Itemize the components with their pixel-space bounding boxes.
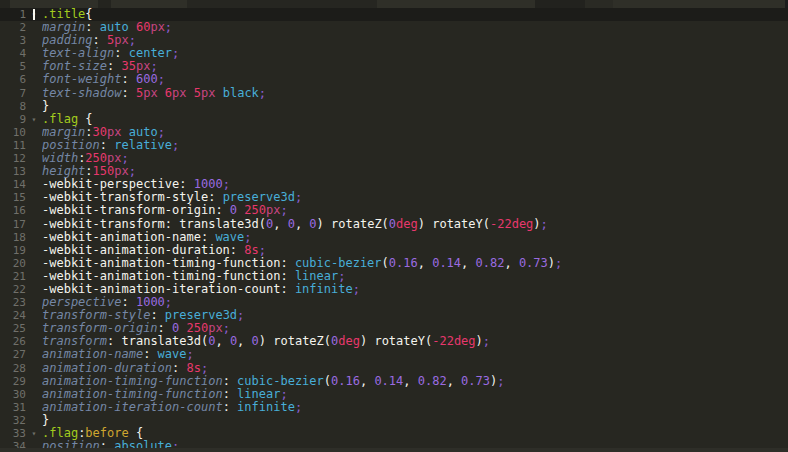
code-line[interactable]: 13height:150px; bbox=[0, 165, 788, 178]
line-number: 7 bbox=[0, 87, 26, 100]
line-number: 12 bbox=[0, 152, 26, 165]
code-text: margin:30px auto; bbox=[42, 126, 788, 139]
code-line[interactable]: 6font-weight: 600; bbox=[0, 73, 788, 86]
line-number: 18 bbox=[0, 231, 26, 244]
code-text: transform: translate3d(0, 0, 0) rotateZ(… bbox=[42, 335, 788, 348]
code-line[interactable]: 2margin: auto 60px; bbox=[0, 21, 788, 34]
line-number: 22 bbox=[0, 283, 26, 296]
code-text: -webkit-transform-origin: 0 250px; bbox=[42, 204, 788, 217]
line-number: 32 bbox=[0, 414, 26, 427]
code-line[interactable]: 5font-size: 35px; bbox=[0, 60, 788, 73]
code-text: -webkit-animation-duration: 8s; bbox=[42, 244, 788, 257]
code-area[interactable]: 1▾.title{2margin: auto 60px;3padding: 5p… bbox=[0, 8, 788, 452]
code-line[interactable]: 10margin:30px auto; bbox=[0, 126, 788, 139]
line-number: 21 bbox=[0, 270, 26, 283]
line-number: 29 bbox=[0, 375, 26, 388]
tab-separator bbox=[98, 0, 111, 8]
code-text: transform-style: preserve3d; bbox=[42, 309, 788, 322]
code-line[interactable]: 7text-shadow: 5px 6px 5px black; bbox=[0, 87, 788, 100]
code-line[interactable]: 9▾.flag { bbox=[0, 113, 788, 126]
code-text: margin: auto 60px; bbox=[42, 21, 788, 34]
line-number: 23 bbox=[0, 296, 26, 309]
line-number: 3 bbox=[0, 34, 26, 47]
code-text: animation-timing-function: linear; bbox=[42, 388, 788, 401]
chevron-down-icon[interactable]: ▾ bbox=[26, 113, 42, 126]
code-text: animation-name: wave; bbox=[42, 348, 788, 361]
code-line[interactable]: 3padding: 5px; bbox=[0, 34, 788, 47]
tab-separator bbox=[187, 0, 377, 8]
code-line[interactable]: 15-webkit-transform-style: preserve3d; bbox=[0, 191, 788, 204]
code-text: width:250px; bbox=[42, 152, 788, 165]
code-line[interactable]: 18-webkit-animation-name: wave; bbox=[0, 231, 788, 244]
code-line[interactable]: 24transform-style: preserve3d; bbox=[0, 309, 788, 322]
tab-separator bbox=[535, 0, 585, 8]
code-line[interactable]: 22-webkit-animation-iteration-count: inf… bbox=[0, 283, 788, 296]
line-number: 27 bbox=[0, 348, 26, 361]
line-number: 5 bbox=[0, 60, 26, 73]
code-line[interactable]: 17-webkit-transform: translate3d(0, 0, 0… bbox=[0, 218, 788, 231]
line-number: 15 bbox=[0, 191, 26, 204]
line-number: 1 bbox=[0, 8, 26, 21]
code-text: -webkit-animation-timing-function: cubic… bbox=[42, 257, 788, 270]
text-caret bbox=[33, 9, 35, 20]
code-line[interactable]: 31animation-iteration-count: infinite; bbox=[0, 401, 788, 414]
tab-bar bbox=[0, 0, 788, 8]
line-number: 33 bbox=[0, 427, 26, 440]
code-line[interactable]: 27animation-name: wave; bbox=[0, 348, 788, 361]
code-line[interactable]: 1▾.title{ bbox=[0, 8, 788, 21]
code-line[interactable]: 4text-align: center; bbox=[0, 47, 788, 60]
code-line[interactable]: 12width:250px; bbox=[0, 152, 788, 165]
code-text: text-shadow: 5px 6px 5px black; bbox=[42, 87, 788, 100]
code-text: -webkit-animation-timing-function: linea… bbox=[42, 270, 788, 283]
code-text: font-size: 35px; bbox=[42, 60, 788, 73]
line-number: 13 bbox=[0, 165, 26, 178]
code-text: .title{ bbox=[42, 8, 788, 21]
line-number: 30 bbox=[0, 388, 26, 401]
line-number: 19 bbox=[0, 244, 26, 257]
code-text: -webkit-perspective: 1000; bbox=[42, 178, 788, 191]
line-number: 4 bbox=[0, 47, 26, 60]
code-text: .flag:before { bbox=[42, 427, 788, 440]
code-line[interactable]: 16-webkit-transform-origin: 0 250px; bbox=[0, 204, 788, 217]
line-number: 31 bbox=[0, 401, 26, 414]
code-text: height:150px; bbox=[42, 165, 788, 178]
line-number: 8 bbox=[0, 100, 26, 113]
code-line[interactable]: 14-webkit-perspective: 1000; bbox=[0, 178, 788, 191]
code-line[interactable]: 28animation-duration: 8s; bbox=[0, 362, 788, 375]
line-number: 14 bbox=[0, 178, 26, 191]
bottom-bar bbox=[0, 448, 788, 452]
code-line[interactable]: 21-webkit-animation-timing-function: lin… bbox=[0, 270, 788, 283]
code-text: font-weight: 600; bbox=[42, 73, 788, 86]
code-line[interactable]: 19-webkit-animation-duration: 8s; bbox=[0, 244, 788, 257]
code-line[interactable]: 29animation-timing-function: cubic-bezie… bbox=[0, 375, 788, 388]
code-text: text-align: center; bbox=[42, 47, 788, 60]
code-text: -webkit-animation-iteration-count: infin… bbox=[42, 283, 788, 296]
code-line[interactable]: 26transform: translate3d(0, 0, 0) rotate… bbox=[0, 335, 788, 348]
line-number: 2 bbox=[0, 21, 26, 34]
code-line[interactable]: 30animation-timing-function: linear; bbox=[0, 388, 788, 401]
code-text: -webkit-transform-style: preserve3d; bbox=[42, 191, 788, 204]
line-number: 16 bbox=[0, 204, 26, 217]
line-number: 26 bbox=[0, 335, 26, 348]
chevron-down-icon[interactable]: ▾ bbox=[26, 427, 42, 440]
code-text: animation-duration: 8s; bbox=[42, 362, 788, 375]
line-number: 10 bbox=[0, 126, 26, 139]
code-line[interactable]: 23perspective: 1000; bbox=[0, 296, 788, 309]
tab-separator bbox=[585, 0, 613, 8]
code-line[interactable]: 11position: relative; bbox=[0, 139, 788, 152]
code-text: padding: 5px; bbox=[42, 34, 788, 47]
code-text: animation-timing-function: cubic-bezier(… bbox=[42, 375, 788, 388]
code-line[interactable]: 25transform-origin: 0 250px; bbox=[0, 322, 788, 335]
code-text: } bbox=[42, 100, 788, 113]
line-number: 24 bbox=[0, 309, 26, 322]
line-number: 17 bbox=[0, 218, 26, 231]
code-text: .flag { bbox=[42, 113, 788, 126]
line-number: 9 bbox=[0, 113, 26, 126]
code-line[interactable]: 32} bbox=[0, 414, 788, 427]
code-line[interactable]: 33▾.flag:before { bbox=[0, 427, 788, 440]
code-line[interactable]: 20-webkit-animation-timing-function: cub… bbox=[0, 257, 788, 270]
tab-separator bbox=[0, 0, 10, 8]
line-number: 20 bbox=[0, 257, 26, 270]
code-line[interactable]: 8} bbox=[0, 100, 788, 113]
code-text: perspective: 1000; bbox=[42, 296, 788, 309]
